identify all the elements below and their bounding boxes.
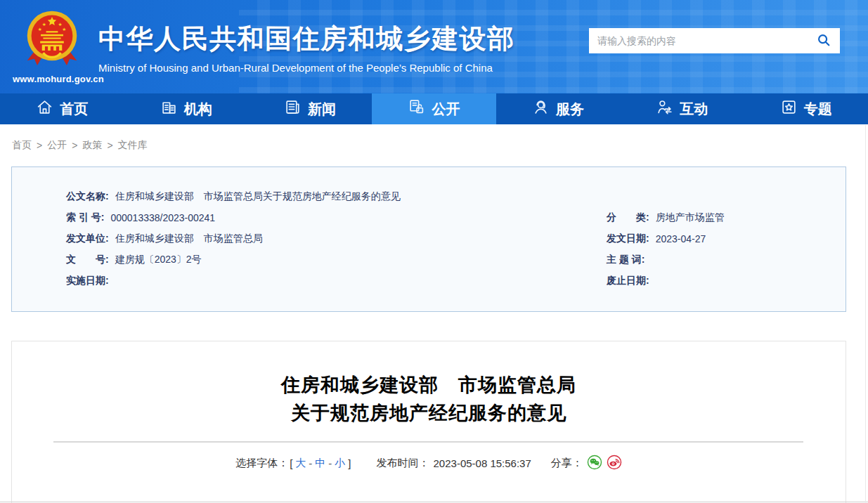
- site-header: ★ ★ ★ ★ www.mohurd.: [0, 0, 868, 93]
- nav-label: 专题: [804, 100, 832, 119]
- title-divider: [53, 441, 803, 443]
- share-label: 分享：: [551, 457, 583, 470]
- meta-value-issue-date: 2023-04-27: [656, 233, 706, 244]
- publish-time-value: 2023-05-08 15:56:37: [434, 457, 531, 469]
- nav-item-interaction[interactable]: 互动: [620, 93, 744, 124]
- site-subtitle-english: Ministry of Housing and Urban-Rural Deve…: [98, 62, 515, 74]
- nav-label: 新闻: [308, 100, 336, 119]
- organization-icon: [160, 98, 178, 119]
- article-title: 住房和城乡建设部 市场监管总局 关于规范房地产经纪服务的意见: [12, 371, 846, 427]
- nav-label: 首页: [60, 100, 88, 119]
- national-emblem-icon: ★ ★ ★ ★: [22, 60, 82, 72]
- page: ★ ★ ★ ★ www.mohurd.: [0, 0, 868, 503]
- font-size-label: 选择字体：: [235, 457, 288, 470]
- meta-value-index-number: 000013338/2023-00241: [110, 212, 215, 223]
- wechat-icon: [587, 455, 602, 472]
- meta-row: 文 号: 建房规〔2023〕2号 主 题 词:: [66, 249, 846, 270]
- meta-label-doc-name: 公文名称:: [66, 190, 109, 203]
- meta-label-doc-number: 文 号:: [66, 254, 109, 266]
- font-size-small-link[interactable]: 小: [335, 457, 345, 470]
- font-size-medium-link[interactable]: 中: [315, 457, 325, 470]
- nav-label: 互动: [680, 100, 708, 119]
- search-button[interactable]: [808, 28, 840, 53]
- publish-time-label: 发布时间：: [377, 457, 429, 470]
- nav-item-news[interactable]: 新闻: [248, 93, 372, 124]
- site-title: 中华人民共和国住房和城乡建设部: [98, 21, 515, 57]
- nav-label: 机构: [184, 100, 212, 119]
- search-input[interactable]: [589, 35, 808, 46]
- svg-text:★: ★: [38, 27, 42, 32]
- svg-text:★: ★: [42, 22, 46, 27]
- disclosure-icon: [408, 98, 425, 119]
- meta-label-issue-date: 发文日期:: [607, 233, 649, 245]
- home-icon: [36, 98, 53, 119]
- meta-label-index-number: 索 引 号:: [66, 211, 104, 224]
- breadcrumb-disclosure[interactable]: 公开: [47, 139, 67, 152]
- dash-separator: -: [309, 457, 312, 469]
- meta-value-issuing-unit: 住房和城乡建设部 市场监管总局: [115, 233, 263, 245]
- meta-row: 公文名称: 住房和城乡建设部 市场监管总局关于规范房地产经纪服务的意见: [66, 186, 846, 207]
- svg-text:★: ★: [58, 22, 62, 27]
- breadcrumb-library[interactable]: 文件库: [118, 139, 148, 152]
- meta-value-doc-name: 住房和城乡建设部 市场监管总局关于规范房地产经纪服务的意见: [115, 190, 401, 203]
- breadcrumb-separator: >: [37, 140, 42, 151]
- main-nav: 首页 机构 新闻 公开 服务: [0, 93, 868, 124]
- interaction-icon: [656, 98, 673, 119]
- meta-label-subject-words: 主 题 词:: [607, 254, 644, 266]
- topics-icon: [780, 98, 798, 119]
- service-icon: [532, 98, 550, 119]
- meta-label-issuing-unit: 发文单位:: [66, 233, 109, 245]
- news-icon: [284, 98, 302, 119]
- site-url: www.mohurd.gov.cn: [13, 74, 91, 84]
- meta-label-repeal-date: 废止日期:: [607, 275, 649, 287]
- document-meta-box: 公文名称: 住房和城乡建设部 市场监管总局关于规范房地产经纪服务的意见 索 引 …: [11, 166, 846, 312]
- nav-item-topics[interactable]: 专题: [744, 93, 868, 124]
- meta-label-effective-date: 实施日期:: [66, 275, 109, 287]
- breadcrumb-home[interactable]: 首页: [12, 139, 32, 152]
- bracket-close: ]: [348, 457, 351, 469]
- nav-item-service[interactable]: 服务: [496, 93, 620, 124]
- dash-separator: -: [328, 457, 332, 469]
- search-icon: [816, 32, 831, 50]
- bottom-divider: [0, 502, 868, 502]
- breadcrumb-separator: >: [72, 140, 77, 151]
- nav-item-home[interactable]: 首页: [0, 93, 124, 124]
- nav-item-organization[interactable]: 机构: [124, 93, 247, 124]
- article-toolbar: 选择字体： [ 大 - 中 - 小 ] 发布时间： 2023-05-08 15:…: [12, 455, 846, 472]
- article-title-line1: 住房和城乡建设部 市场监管总局: [12, 371, 846, 399]
- content-right-edge: [865, 125, 866, 503]
- nav-item-disclosure[interactable]: 公开: [372, 93, 495, 124]
- article-box: 住房和城乡建设部 市场监管总局 关于规范房地产经纪服务的意见 选择字体： [ 大…: [11, 341, 846, 503]
- meta-label-category: 分 类:: [607, 211, 649, 224]
- nav-label: 服务: [556, 100, 584, 119]
- bracket-open: [: [290, 457, 292, 469]
- weibo-icon: [607, 455, 622, 472]
- breadcrumb-separator: >: [107, 140, 112, 151]
- svg-text:★: ★: [62, 27, 66, 32]
- meta-value-category: 房地产市场监管: [656, 211, 725, 224]
- article-title-line2: 关于规范房地产经纪服务的意见: [12, 399, 846, 427]
- meta-row: 索 引 号: 000013338/2023-00241 分 类: 房地产市场监管: [66, 207, 846, 228]
- share-wechat-button[interactable]: [587, 455, 602, 472]
- search-box: [589, 28, 840, 53]
- nav-label: 公开: [432, 100, 460, 119]
- meta-value-doc-number: 建房规〔2023〕2号: [115, 254, 202, 266]
- meta-row: 实施日期: 废止日期:: [66, 270, 846, 292]
- site-brand: ★ ★ ★ ★ www.mohurd.: [13, 8, 515, 84]
- font-size-large-link[interactable]: 大: [295, 457, 306, 470]
- breadcrumb: 首页 > 公开 > 政策 > 文件库: [0, 124, 868, 166]
- breadcrumb-policy[interactable]: 政策: [82, 139, 102, 152]
- share-weibo-button[interactable]: [607, 455, 622, 472]
- meta-row: 发文单位: 住房和城乡建设部 市场监管总局 发文日期: 2023-04-27: [66, 228, 846, 249]
